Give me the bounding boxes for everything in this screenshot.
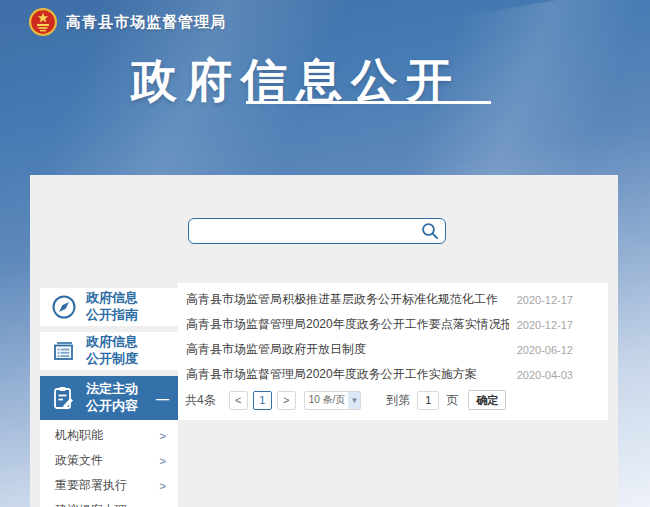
main-panel: 政府信息 公开指南 (30, 175, 618, 507)
list-item-date: 2020-04-03 (517, 369, 573, 381)
sidebar-item-disclosure-guide[interactable]: 政府信息 公开指南 (40, 288, 178, 326)
subitem-label: 政策文件 (55, 452, 103, 469)
subitem-label: 机构职能 (55, 427, 103, 444)
current-page-button[interactable]: 1 (253, 391, 272, 410)
search-icon[interactable] (421, 222, 439, 240)
label-line: 法定主动 (86, 381, 138, 398)
sidebar-item-proactive-disclosure[interactable]: 法定主动 公开内容 — (40, 376, 178, 420)
next-page-button[interactable]: > (277, 391, 296, 410)
page-unit-label: 页 (446, 392, 458, 409)
banner-title-underline (246, 101, 491, 104)
page-size-select[interactable]: 10 条/页 ▼ (304, 391, 362, 410)
sidebar-submenu: 机构职能 > 政策文件 > 重要部署执行 > 建议提案办理 > (40, 420, 178, 507)
list-item[interactable]: 高青县市场监管局政府开放日制度 2020-06-12 (178, 337, 608, 362)
dropdown-caret-icon: ▼ (348, 392, 360, 409)
goto-page-label: 到第 (386, 392, 410, 409)
sidebar-item-label: 政府信息 公开制度 (86, 334, 138, 368)
goto-page-input[interactable] (417, 391, 439, 410)
site-header: 高青县市场监督管理局 (28, 7, 226, 37)
pagination-total: 共4条 (185, 392, 216, 409)
list-item-date: 2020-12-17 (517, 319, 573, 331)
sidebar-item-label: 政府信息 公开指南 (86, 290, 138, 324)
list-item-title[interactable]: 高青县市场监督管理局2020年度政务公开工作实施方案 (186, 366, 477, 383)
list-item[interactable]: 高青县市场监督管理局2020年度政务公开工作要点落实情况报告 2020-12-1… (178, 312, 608, 337)
chevron-right-icon: > (160, 430, 166, 442)
agency-name: 高青县市场监督管理局 (66, 13, 226, 32)
collapse-dash-icon[interactable]: — (156, 391, 169, 406)
label-line: 公开指南 (86, 307, 138, 324)
pagination: 共4条 < 1 > 10 条/页 ▼ 到第 页 确定 (178, 390, 608, 410)
subitem-label: 建议提案办理 (55, 502, 127, 507)
news-list-panel: 高青县市场监管局积极推进基层政务公开标准化规范化工作 2020-12-17 高青… (178, 283, 608, 420)
label-line: 公开内容 (86, 398, 138, 415)
label-line: 公开制度 (86, 351, 138, 368)
prev-page-button[interactable]: < (229, 391, 248, 410)
clipboard-pen-icon (51, 385, 77, 411)
sidebar-item-label: 法定主动 公开内容 (86, 381, 138, 415)
sidebar-subitem-organization-functions[interactable]: 机构职能 > (40, 423, 178, 448)
compass-icon (51, 294, 77, 320)
chevron-right-icon: > (160, 455, 166, 467)
chevron-right-icon: > (160, 480, 166, 492)
list-item-date: 2020-12-17 (517, 294, 573, 306)
subitem-label: 重要部署执行 (55, 477, 127, 494)
list-item-title[interactable]: 高青县市场监督管理局2020年度政务公开工作要点落实情况报告 (186, 316, 509, 333)
page-size-value: 10 条/页 (309, 393, 346, 407)
label-line: 政府信息 (86, 290, 138, 307)
search-input[interactable] (188, 218, 446, 244)
list-item[interactable]: 高青县市场监督管理局2020年度政务公开工作实施方案 2020-04-03 (178, 362, 608, 387)
list-item[interactable]: 高青县市场监管局积极推进基层政务公开标准化规范化工作 2020-12-17 (178, 287, 608, 312)
confirm-button[interactable]: 确定 (468, 390, 506, 410)
search-box (188, 218, 446, 244)
sidebar-item-disclosure-system[interactable]: 政府信息 公开制度 (40, 332, 178, 370)
sidebar: 政府信息 公开指南 (40, 288, 178, 507)
sidebar-subitem-deployment-execution[interactable]: 重要部署执行 > (40, 473, 178, 498)
label-line: 政府信息 (86, 334, 138, 351)
document-list-icon (51, 338, 77, 364)
list-item-title[interactable]: 高青县市场监管局政府开放日制度 (186, 341, 366, 358)
list-item-title[interactable]: 高青县市场监管局积极推进基层政务公开标准化规范化工作 (186, 291, 498, 308)
page: 高青县市场监督管理局 政府信息公开 (0, 0, 650, 507)
sidebar-subitem-proposal-handling[interactable]: 建议提案办理 > (40, 498, 178, 507)
list-item-date: 2020-06-12 (517, 344, 573, 356)
national-emblem-icon (28, 7, 58, 37)
sidebar-subitem-policy-documents[interactable]: 政策文件 > (40, 448, 178, 473)
